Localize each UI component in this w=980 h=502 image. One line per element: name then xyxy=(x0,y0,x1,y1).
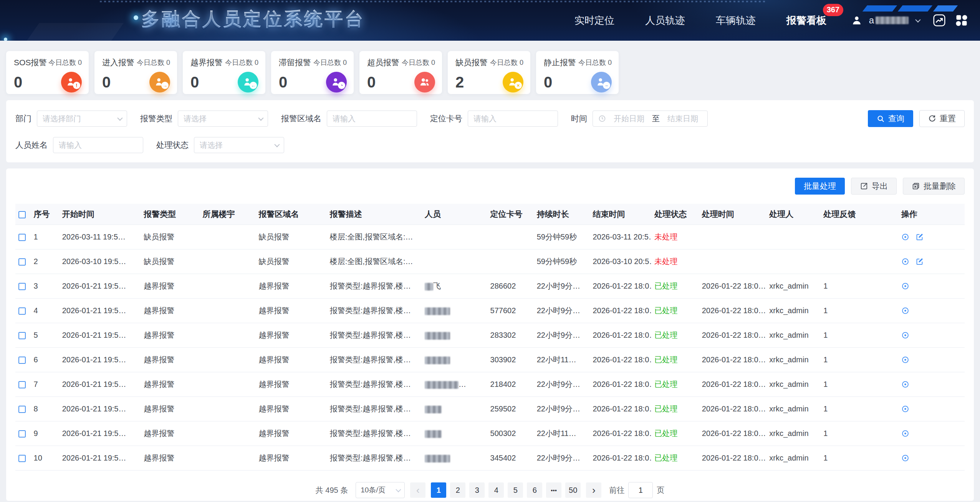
batch-delete-button[interactable]: 批量删除 xyxy=(903,178,965,195)
goto-page-input[interactable] xyxy=(628,482,653,498)
cell-no: 4 xyxy=(31,299,59,323)
export-button[interactable]: 导出 xyxy=(851,178,897,195)
view-detail-icon[interactable] xyxy=(901,258,909,266)
person-name-masked xyxy=(425,332,450,340)
goto-label: 前往 xyxy=(609,485,624,495)
view-detail-icon[interactable] xyxy=(901,307,909,315)
page-button-1[interactable]: 1 xyxy=(431,482,446,498)
view-detail-icon[interactable] xyxy=(901,282,909,290)
reset-button[interactable]: 重置 xyxy=(919,110,965,127)
row-checkbox[interactable] xyxy=(18,258,26,266)
batch-process-button[interactable]: 批量处理 xyxy=(795,178,845,195)
card-no-input[interactable] xyxy=(468,111,558,127)
row-checkbox[interactable] xyxy=(18,234,26,241)
filter-label-person-name: 人员姓名 xyxy=(15,140,48,150)
alert-card-静止报警: 静止报警今日总数 00– xyxy=(536,51,619,94)
handle-status-select[interactable]: 请选择 xyxy=(194,137,284,153)
view-detail-icon[interactable] xyxy=(901,454,909,462)
edit-icon[interactable] xyxy=(915,258,924,266)
row-checkbox[interactable] xyxy=(18,332,26,339)
row-checkbox[interactable] xyxy=(18,307,26,315)
select-all-checkbox[interactable] xyxy=(18,211,26,218)
nav-item-人员轨迹[interactable]: 人员轨迹 xyxy=(645,14,685,27)
chevron-down-icon xyxy=(258,116,263,121)
apps-grid-icon[interactable] xyxy=(954,13,969,28)
nav-item-实时定位[interactable]: 实时定位 xyxy=(574,14,614,27)
cell-handle-time: 2026-01-22 18:0… xyxy=(699,299,766,323)
user-name[interactable]: a xyxy=(869,15,909,26)
view-detail-icon[interactable] xyxy=(901,380,909,388)
area-name-input[interactable] xyxy=(327,111,417,127)
date-range-picker[interactable]: 开始日期 至 结束日期 xyxy=(593,111,708,127)
more-pages-button[interactable]: ••• xyxy=(546,482,561,498)
cell-alarm-type: 越界报警 xyxy=(141,421,199,446)
alarm-type-select[interactable]: 请选择 xyxy=(178,111,268,127)
export-icon xyxy=(860,182,868,190)
alert-summary-cards: SOS报警今日总数 00!进入报警今日总数 00→越界报警今日总数 00←滞留报… xyxy=(6,51,974,94)
view-detail-icon[interactable] xyxy=(901,429,909,438)
column-header-处理反馈: 处理反馈 xyxy=(820,204,898,225)
cell-duration: 59分钟59秒 xyxy=(534,225,590,249)
table-row: 12026-03-11 19:5…缺员报警缺员报警楼层:全图,报警区域名:…59… xyxy=(15,225,965,249)
cell-building xyxy=(200,421,256,446)
cell-handle-time xyxy=(699,225,766,249)
alert-card-title: 滞留报警 xyxy=(279,57,311,68)
column-header-定位卡号: 定位卡号 xyxy=(487,204,534,225)
page-button-3[interactable]: 3 xyxy=(469,482,485,498)
cell-card-no: 500302 xyxy=(487,421,534,446)
cell-duration: 22小时11… xyxy=(534,421,590,446)
view-detail-icon[interactable] xyxy=(901,356,909,364)
chevron-down-icon xyxy=(396,487,401,492)
cell-handle-time: 2026-01-22 18:0… xyxy=(699,274,766,299)
alert-card-today-total: 今日总数 0 xyxy=(578,58,612,67)
cell-feedback: 1 xyxy=(820,397,898,421)
edit-icon[interactable] xyxy=(915,233,924,241)
trend-chart-icon[interactable] xyxy=(932,13,947,28)
page-button-6[interactable]: 6 xyxy=(527,482,542,498)
alert-card-icon-badge: ! xyxy=(73,82,80,89)
nav-item-报警看板[interactable]: 报警看板367 xyxy=(786,14,826,27)
cell-person: 飞 xyxy=(422,274,487,299)
row-checkbox-cell xyxy=(15,225,31,249)
page-button-50[interactable]: 50 xyxy=(565,482,581,498)
row-checkbox-cell xyxy=(15,299,31,323)
person-name-masked xyxy=(425,430,442,438)
cell-duration: 22小时9分… xyxy=(534,274,590,299)
column-header-处理人: 处理人 xyxy=(766,204,820,225)
department-select[interactable]: 请选择部门 xyxy=(37,111,127,127)
cell-description: 报警类型:越界报警,楼… xyxy=(327,299,422,323)
column-header-处理时间: 处理时间 xyxy=(699,204,766,225)
cell-building xyxy=(200,397,256,421)
alert-card-越界报警: 越界报警今日总数 00← xyxy=(183,51,265,94)
page-button-4[interactable]: 4 xyxy=(488,482,504,498)
view-detail-icon[interactable] xyxy=(901,331,909,339)
person-name-masked xyxy=(425,307,450,315)
view-detail-icon[interactable] xyxy=(901,405,909,413)
row-checkbox[interactable] xyxy=(18,357,26,364)
prev-page-button[interactable]: ‹ xyxy=(410,482,425,498)
row-checkbox[interactable] xyxy=(18,283,26,290)
next-page-button[interactable]: › xyxy=(586,482,601,498)
person-alert-icon: ! xyxy=(61,72,82,92)
alert-card-icon-badge: × xyxy=(515,82,522,89)
row-checkbox[interactable] xyxy=(18,430,26,438)
row-checkbox[interactable] xyxy=(18,406,26,413)
cell-end-time: 2026-03-10 20:5… xyxy=(589,249,651,274)
page-button-5[interactable]: 5 xyxy=(508,482,523,498)
cell-handler: xrkc_admin xyxy=(766,274,820,299)
cell-start-time: 2026-01-21 19:5… xyxy=(59,323,141,348)
alert-card-滞留报警: 滞留报警今日总数 00◔ xyxy=(271,51,354,94)
person-stay-icon: ◔ xyxy=(326,72,347,92)
person-name-input[interactable] xyxy=(53,137,143,153)
view-detail-icon[interactable] xyxy=(901,233,909,241)
nav-item-车辆轨迹[interactable]: 车辆轨迹 xyxy=(716,14,756,27)
page-button-2[interactable]: 2 xyxy=(450,482,465,498)
date-separator: 至 xyxy=(652,114,660,124)
page-size-select[interactable]: 10条/页 xyxy=(356,482,405,498)
cell-operations xyxy=(898,397,965,421)
chevron-down-icon[interactable] xyxy=(915,17,920,23)
search-button[interactable]: 查询 xyxy=(868,110,913,127)
row-checkbox[interactable] xyxy=(18,455,26,462)
row-checkbox[interactable] xyxy=(18,381,26,388)
filter-label-alarm-type: 报警类型 xyxy=(140,113,172,124)
